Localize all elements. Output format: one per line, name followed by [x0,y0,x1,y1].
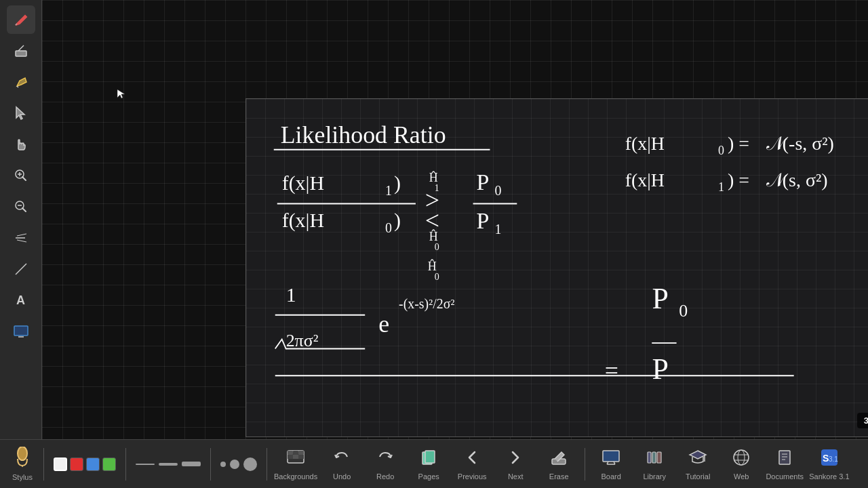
backgrounds-icon [286,448,305,471]
svg-text:P: P [652,352,669,385]
pages-button[interactable]: Pages [407,443,450,486]
laser-tool[interactable] [7,224,35,252]
dot-large[interactable] [243,458,257,471]
svg-text:—: — [652,327,677,354]
pages-icon [419,448,438,471]
svg-text:Likelihood Ratio: Likelihood Ratio [281,121,446,148]
zoom-in-tool[interactable] [7,161,35,190]
zoom-out-tool[interactable] [7,192,35,221]
page-indicator: 3 / 4 [857,413,868,428]
next-button[interactable]: Next [494,443,537,486]
stylus-section[interactable]: Stylus [5,447,39,481]
dot-medium[interactable] [230,460,239,469]
highlighter-tool[interactable] [7,68,35,96]
svg-rect-65 [779,451,790,464]
svg-text:0: 0 [494,183,501,198]
tutorial-label: Tutorial [686,472,710,481]
color-red[interactable] [70,458,83,471]
library-icon [645,448,664,471]
svg-point-45 [18,447,27,460]
web-icon [732,448,751,471]
line-medium[interactable] [159,463,178,466]
board-button[interactable]: Board [589,443,633,486]
sankore-label: Sankore 3.1 [809,472,849,481]
svg-text:f(x|H: f(x|H [625,133,665,154]
svg-text:P: P [477,208,490,233]
previous-button[interactable]: Previous [450,443,494,486]
svg-text:3.1: 3.1 [829,455,838,463]
svg-rect-56 [603,451,619,462]
svg-rect-51 [293,455,298,459]
tutorial-button[interactable]: Tutorial [676,443,719,486]
color-blue[interactable] [86,458,100,471]
library-label: Library [643,472,666,481]
svg-text:P: P [652,282,669,314]
sankore-button[interactable]: S 3.1 Sankore 3.1 [806,443,852,486]
documents-button[interactable]: Documents [763,443,806,486]
select-tool[interactable] [7,99,35,127]
documents-icon [775,448,794,471]
redo-button[interactable]: Redo [363,443,407,486]
undo-button[interactable]: Undo [320,443,363,486]
backgrounds-button[interactable]: Backgrounds [271,443,320,486]
svg-rect-48 [293,451,298,455]
svg-point-62 [738,450,745,465]
dot-small[interactable] [220,462,226,467]
svg-text:) =: ) = [728,133,749,154]
line-tool[interactable] [7,255,35,283]
svg-text:𝒩(-s, σ²): 𝒩(-s, σ²) [766,133,834,154]
svg-text:): ) [394,209,401,232]
previous-label: Previous [458,472,487,481]
hand-tool[interactable] [7,130,35,159]
divider-2 [125,448,126,481]
svg-text:): ) [394,171,401,195]
svg-text:0: 0 [435,272,439,282]
bottom-toolbar: Stylus [0,439,868,488]
divider-4 [267,448,267,481]
color-white[interactable] [54,458,67,471]
svg-rect-57 [648,452,651,463]
svg-text:e: e [378,310,389,338]
left-toolbar: A [0,0,42,439]
svg-rect-47 [288,451,293,455]
svg-text:) =: ) = [728,169,749,190]
dot-size-section [215,458,262,471]
web-button[interactable]: Web [719,443,763,486]
line-thick[interactable] [182,462,201,466]
screen-tool[interactable] [7,317,35,346]
canvas-area: Likelihood Ratio f(x|H 1 ) f(x|H 0 ) Ĥ 1… [42,0,868,439]
eraser-tool[interactable] [7,37,35,65]
svg-text:0: 0 [385,220,392,235]
pages-label: Pages [418,472,439,481]
color-green[interactable] [102,458,116,471]
svg-rect-58 [652,452,656,463]
svg-text:f(x|H: f(x|H [625,169,665,190]
sankore-icon: S 3.1 [820,448,839,471]
pen-tool[interactable] [7,5,35,34]
svg-rect-50 [288,455,293,459]
next-icon [506,448,525,471]
math-content: Likelihood Ratio f(x|H 1 ) f(x|H 0 ) Ĥ 1… [246,99,868,436]
erase-button[interactable]: Erase [537,443,580,486]
line-thin[interactable] [136,464,155,465]
svg-text:0: 0 [718,144,724,157]
board-label: Board [601,472,621,481]
svg-rect-49 [298,451,304,455]
svg-text:1: 1 [718,180,724,194]
color-section [48,458,121,471]
backgrounds-label: Backgrounds [274,472,317,481]
web-label: Web [734,472,749,481]
tutorial-icon [688,448,707,471]
line-thickness-controls [136,462,201,466]
next-label: Next [508,472,524,481]
erase-label: Erase [549,472,569,481]
svg-text:1: 1 [494,222,501,237]
redo-icon [376,448,395,471]
text-tool[interactable]: A [7,286,35,314]
library-button[interactable]: Library [633,443,676,486]
svg-text:Ĥ: Ĥ [429,229,438,243]
divider-1 [43,448,44,481]
stylus-label: Stylus [12,473,33,481]
svg-text:1: 1 [385,183,392,198]
stylus-icon [12,447,33,472]
